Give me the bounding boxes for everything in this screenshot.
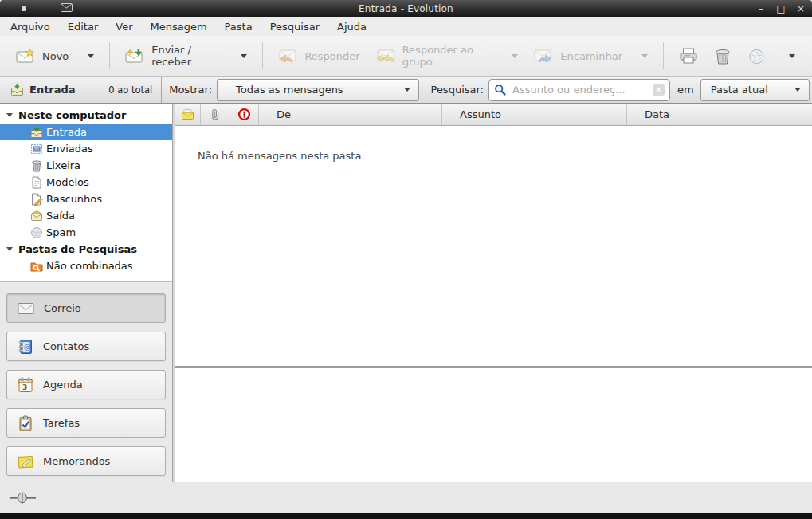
folder-item-saida[interactable]: Saída bbox=[0, 207, 172, 224]
folder-item-modelos[interactable]: Modelos bbox=[0, 174, 172, 191]
window-title: Entrada - Evolution bbox=[359, 3, 453, 14]
message-status-icon bbox=[181, 108, 194, 120]
clear-search-icon[interactable]: × bbox=[653, 84, 665, 96]
online-status-icon[interactable] bbox=[10, 492, 37, 504]
junk-icon bbox=[30, 226, 43, 239]
forward-button[interactable]: Encaminhar bbox=[526, 40, 656, 72]
toolbar: Novo Enviar / receber Responder Responde… bbox=[0, 36, 812, 77]
column-important[interactable] bbox=[229, 104, 259, 125]
drafts-icon bbox=[30, 193, 43, 206]
column-assunto[interactable]: Assunto bbox=[442, 104, 627, 125]
search-label: Pesquisar: bbox=[431, 84, 484, 96]
trash-icon bbox=[30, 159, 43, 172]
message-list-header: De Assunto Data bbox=[175, 104, 812, 126]
overflow-arrow-icon bbox=[789, 54, 795, 58]
forward-icon bbox=[534, 49, 553, 63]
close-icon[interactable]: × bbox=[795, 3, 806, 14]
show-label: Mostrar: bbox=[169, 84, 212, 96]
column-data[interactable]: Data bbox=[627, 104, 812, 125]
titlebar[interactable]: Entrada - Evolution – □ × bbox=[0, 0, 812, 17]
expander-icon[interactable] bbox=[6, 247, 13, 251]
column-attachment[interactable] bbox=[201, 104, 229, 125]
delete-button[interactable] bbox=[705, 40, 739, 72]
paperclip-icon bbox=[210, 108, 221, 121]
status-bar bbox=[0, 482, 812, 513]
new-mail-icon bbox=[16, 49, 35, 63]
expander-icon[interactable] bbox=[6, 113, 13, 117]
menu-ajuda[interactable]: Ajuda bbox=[328, 18, 375, 35]
send-receive-button[interactable]: Enviar / receber bbox=[117, 40, 255, 72]
view-switcher: Correio @ Contatos 3 Agenda Tarefas Memo… bbox=[0, 283, 172, 482]
search-folder-icon bbox=[30, 260, 43, 273]
folder-item-enviadas[interactable]: Enviadas bbox=[0, 140, 172, 157]
outbox-icon bbox=[30, 210, 43, 222]
folder-item-spam[interactable]: Spam bbox=[0, 224, 172, 241]
scope-dropdown-arrow-icon bbox=[794, 88, 801, 92]
minimize-icon[interactable]: – bbox=[755, 3, 767, 14]
mail-icon bbox=[18, 302, 34, 315]
sent-icon bbox=[30, 143, 43, 155]
reply-group-dropdown-arrow-icon[interactable] bbox=[512, 54, 518, 58]
junk-button[interactable] bbox=[739, 40, 774, 72]
send-receive-dropdown-arrow-icon[interactable] bbox=[241, 54, 247, 58]
reply-button[interactable]: Responder bbox=[270, 40, 367, 72]
new-dropdown-arrow-icon[interactable] bbox=[88, 54, 94, 58]
reply-group-button[interactable]: Responder ao grupo bbox=[368, 40, 527, 72]
switcher-memorandos-button[interactable]: Memorandos bbox=[6, 446, 166, 476]
column-de[interactable]: De bbox=[259, 104, 442, 125]
folder-item-entrada[interactable]: Entrada bbox=[0, 124, 172, 140]
show-filter-dropdown[interactable]: Todas as mensagens bbox=[217, 79, 418, 101]
search-scope-dropdown[interactable]: Pasta atual bbox=[700, 79, 810, 101]
inbox-icon bbox=[10, 84, 24, 96]
folder-header: Entrada 0 ao total bbox=[0, 77, 162, 103]
toolbar-separator bbox=[109, 42, 110, 69]
toolbar-separator bbox=[262, 42, 263, 69]
show-dropdown-arrow-icon bbox=[404, 88, 410, 92]
menubar: Arquivo Editar Ver Mensagem Pasta Pesqui… bbox=[0, 17, 812, 36]
toolbar-separator bbox=[663, 42, 664, 69]
tree-section-this-computer[interactable]: Neste computador bbox=[0, 107, 172, 124]
switcher-contatos-button[interactable]: @ Contatos bbox=[6, 332, 166, 361]
message-list[interactable]: Não há mensagens nesta pasta. bbox=[175, 126, 812, 366]
empty-folder-message: Não há mensagens nesta pasta. bbox=[198, 150, 365, 162]
current-folder-name: Entrada bbox=[29, 84, 76, 96]
reply-icon bbox=[278, 49, 297, 63]
menu-arquivo[interactable]: Arquivo bbox=[2, 18, 59, 35]
contacts-icon: @ bbox=[18, 339, 33, 355]
message-count: 0 ao total bbox=[108, 85, 152, 96]
scope-conjunction: em bbox=[677, 84, 694, 96]
templates-icon bbox=[30, 176, 43, 189]
switcher-correio-button[interactable]: Correio bbox=[6, 293, 166, 323]
filter-bar: Entrada 0 ao total Mostrar: Todas as men… bbox=[0, 77, 812, 104]
print-button[interactable] bbox=[671, 40, 705, 72]
memo-icon bbox=[18, 454, 33, 470]
menu-pasta[interactable]: Pasta bbox=[216, 18, 261, 35]
bottom-edge bbox=[0, 513, 812, 519]
menu-ver[interactable]: Ver bbox=[107, 18, 141, 35]
titlebar-mail-icon bbox=[61, 3, 73, 12]
calendar-day-glyph: 3 bbox=[22, 383, 27, 391]
maximize-icon[interactable]: □ bbox=[775, 3, 787, 14]
tree-section-search-folders[interactable]: Pastas de Pesquisas bbox=[0, 241, 172, 258]
folder-item-lixeira[interactable]: Lixeira bbox=[0, 157, 172, 174]
folder-item-rascunhos[interactable]: Rascunhos bbox=[0, 191, 172, 207]
menu-pesquisar[interactable]: Pesquisar bbox=[261, 18, 328, 35]
switcher-tarefas-button[interactable]: Tarefas bbox=[6, 408, 166, 438]
inbox-icon bbox=[30, 126, 43, 139]
junk-icon bbox=[748, 48, 765, 65]
column-status[interactable] bbox=[175, 104, 201, 125]
toolbar-overflow-button[interactable] bbox=[780, 40, 804, 72]
search-input[interactable] bbox=[511, 83, 648, 96]
search-entry[interactable]: × bbox=[488, 79, 670, 101]
folder-item-nao-combinadas[interactable]: Não combinadas bbox=[0, 258, 172, 274]
trash-icon bbox=[714, 48, 732, 65]
menu-mensagem[interactable]: Mensagem bbox=[142, 18, 216, 35]
menu-editar[interactable]: Editar bbox=[59, 18, 108, 35]
send-receive-icon bbox=[125, 49, 144, 63]
switcher-agenda-button[interactable]: 3 Agenda bbox=[6, 370, 166, 399]
new-message-button[interactable]: Novo bbox=[8, 40, 102, 72]
preview-pane bbox=[175, 368, 812, 482]
window-menu-bullet-icon bbox=[22, 6, 26, 11]
reply-all-icon bbox=[376, 49, 395, 63]
forward-dropdown-arrow-icon[interactable] bbox=[641, 54, 648, 58]
